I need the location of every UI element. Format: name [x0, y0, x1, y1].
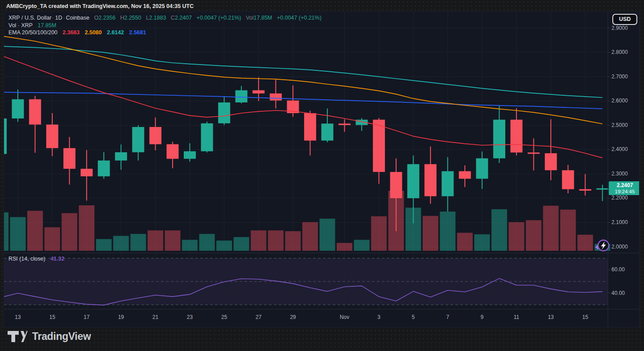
- volume-bar: [560, 210, 576, 251]
- candle-body: [476, 158, 488, 179]
- time-axis-label: Nov: [335, 314, 355, 321]
- volume-bar: [319, 219, 335, 251]
- volume-bar: [62, 213, 77, 251]
- volume-bar: [234, 237, 249, 251]
- interval-label: 1D: [55, 15, 62, 21]
- volume-bar: [457, 233, 473, 251]
- volume-bar: [337, 243, 352, 251]
- rsi-axis-label: 40.00: [611, 290, 640, 297]
- time-axis-label: 11: [507, 314, 526, 321]
- symbol-title: XRP / U.S. Dollar: [8, 15, 51, 21]
- chart-canvas[interactable]: [4, 12, 640, 327]
- volume-bar: [130, 234, 146, 251]
- price-axis-label: 2.5000: [611, 122, 640, 129]
- volume-bar: [543, 206, 559, 251]
- candle-body: [528, 152, 540, 154]
- volume-bar: [79, 205, 95, 251]
- volume-bar: [10, 217, 26, 251]
- candle-body: [270, 94, 282, 101]
- price-axis-label: 2.2000: [611, 195, 640, 201]
- candle-body: [167, 144, 179, 159]
- volume-bar: [251, 230, 266, 251]
- change-value-2: +0.0047 (+0.21%): [277, 15, 322, 21]
- ema-study-label: EMA 20/50/100/200: [8, 29, 58, 36]
- last-price-value: 2.2407: [609, 181, 640, 189]
- legend-symbol-row[interactable]: XRP / U.S. Dollar·1D·Coinbase O2.2356 H2…: [8, 14, 322, 22]
- candle-body: [321, 123, 333, 140]
- volume-study-label: Vol · XRP: [8, 22, 33, 29]
- volume-bar: [27, 211, 43, 251]
- last-price-badge: 2.2407 19:24:45: [609, 181, 640, 195]
- candle-body: [304, 113, 316, 141]
- candle-body: [252, 90, 264, 94]
- time-axis-label: 19: [111, 314, 131, 321]
- price-axis-label: 2.4000: [611, 146, 640, 153]
- vol-value: 17.85M: [254, 15, 272, 21]
- open-value: 2.2356: [99, 15, 116, 21]
- candle-body: [132, 127, 144, 152]
- candle-body: [46, 125, 58, 148]
- time-axis-label: 3: [369, 314, 389, 321]
- snapshot-title: AMBCrypto_TA created with TradingView.co…: [6, 2, 194, 11]
- volume-bar: [199, 234, 215, 251]
- time-axis-label: 7: [438, 314, 458, 321]
- rsi-label: RSI (14, close): [8, 256, 45, 262]
- candle-body: [235, 90, 248, 102]
- change-value: +0.0047 (+0.21%): [197, 15, 241, 21]
- open-key: O: [94, 15, 99, 21]
- volume-bar: [96, 239, 111, 251]
- volume-bar: [285, 231, 301, 251]
- candle-body: [81, 169, 93, 176]
- volume-bar: [491, 209, 507, 251]
- time-axis-label: 15: [42, 314, 62, 321]
- volume-bar: [216, 241, 232, 251]
- candle-body: [63, 148, 75, 169]
- time-axis-label: 27: [249, 314, 268, 321]
- price-axis-label: 2.7000: [611, 73, 640, 80]
- volume-bar: [165, 230, 181, 251]
- volume-bar: [4, 212, 8, 251]
- candle-body: [425, 164, 437, 196]
- candle-body: [373, 120, 385, 172]
- candle-body: [12, 99, 24, 118]
- low-value: 2.1883: [149, 15, 166, 21]
- candle-body: [29, 99, 41, 125]
- time-axis-label: 13: [8, 314, 28, 321]
- legend-volume-row[interactable]: Vol · XRP 17.85M: [8, 22, 322, 29]
- close-value: 2.2407: [175, 15, 192, 21]
- time-axis-label: 15: [575, 314, 595, 321]
- legend-ema-row[interactable]: EMA 20/50/100/200 2.3663 2.5080 2.6142 2…: [8, 29, 322, 37]
- rsi-legend[interactable]: RSI (14, close) 41.32: [8, 255, 64, 263]
- volume-bar: [302, 222, 318, 251]
- rsi-value: 41.32: [50, 256, 64, 262]
- ema50-value: 2.5080: [85, 29, 102, 36]
- price-axis-label: 2.9000: [611, 25, 640, 32]
- candle-body: [493, 120, 505, 159]
- high-value: 2.2550: [124, 15, 141, 21]
- volume-bar: [509, 222, 524, 251]
- volume-bar: [354, 240, 370, 251]
- volume-bar: [474, 234, 490, 251]
- vol-key: Vol: [246, 15, 253, 21]
- close-key: C: [171, 15, 175, 21]
- currency-toggle-button[interactable]: USD: [612, 14, 637, 25]
- ema20-value: 2.3663: [62, 29, 79, 36]
- candle-body: [149, 127, 161, 144]
- price-axis-label: 2.6000: [611, 98, 640, 104]
- ema100-value: 2.6142: [107, 29, 124, 36]
- exchange-label: Coinbase: [66, 15, 90, 21]
- tradingview-mark-icon: [7, 331, 28, 343]
- candle-body: [218, 102, 230, 123]
- candle-body: [545, 153, 557, 170]
- ema200-value: 2.5681: [129, 29, 146, 36]
- tradingview-logo[interactable]: TradingView: [7, 331, 91, 343]
- volume-bar: [440, 212, 455, 251]
- candle-body: [442, 171, 454, 196]
- volume-study-value: 17.85M: [37, 22, 56, 29]
- bar-countdown: 19:24:45: [609, 189, 640, 195]
- chart-frame: XRP / U.S. Dollar·1D·Coinbase O2.2356 H2…: [4, 12, 640, 327]
- volume-bar: [45, 227, 60, 251]
- volume-bar: [182, 240, 198, 251]
- volume-bar: [113, 236, 129, 251]
- rsi-axis-label: 60.00: [611, 266, 640, 273]
